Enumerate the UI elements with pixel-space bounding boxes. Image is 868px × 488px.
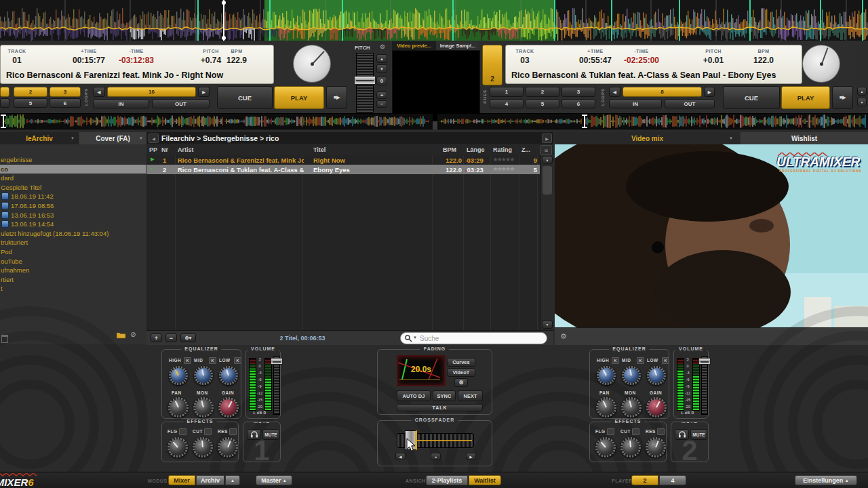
deck1-cue-button[interactable]: CUE bbox=[217, 86, 273, 109]
sidebar-item[interactable]: Gespielte Titel bbox=[0, 183, 146, 192]
search-box[interactable]: ▼ Suche bbox=[400, 332, 547, 344]
sidebar-item[interactable]: uletzt hinzugefügt (18.06.19 11:43:04) bbox=[0, 229, 146, 238]
deck2-cue-button[interactable]: CUE bbox=[723, 86, 780, 109]
fx-toggle[interactable] bbox=[179, 428, 186, 435]
deck2-loop-dec-button[interactable]: ◀ bbox=[609, 87, 620, 97]
tab-file-archive[interactable]: leArchiv ▼ bbox=[0, 132, 79, 144]
deck2-cue-3[interactable]: 3 bbox=[561, 87, 595, 97]
fade-settings-button[interactable]: ⚙ bbox=[454, 378, 468, 387]
deck1-loop-in-button[interactable]: IN bbox=[93, 99, 149, 108]
kill-toggle[interactable]: K bbox=[637, 357, 644, 364]
deck1-play-button[interactable]: PLAY bbox=[274, 86, 324, 109]
pitch-down-button[interactable]: ▼ bbox=[857, 98, 867, 106]
crossfade-left-button[interactable]: ◀ bbox=[395, 453, 406, 460]
deck2-loop-inc-button[interactable]: ▶ bbox=[704, 87, 715, 97]
settings-button[interactable]: Einstellungen ▲ bbox=[795, 475, 857, 485]
deck1-waveform[interactable] bbox=[0, 113, 433, 129]
column-header[interactable]: Nr bbox=[161, 146, 168, 153]
column-header[interactable]: Z... bbox=[521, 146, 530, 153]
gear-icon[interactable]: ⚙ bbox=[560, 332, 567, 341]
mode-archiv-button[interactable]: Archiv bbox=[196, 475, 224, 485]
mode-mixer-button[interactable]: Mixer bbox=[168, 475, 195, 485]
gain-knob[interactable] bbox=[218, 397, 239, 418]
sidebar-item[interactable]: ufnahmen bbox=[0, 266, 146, 274]
folder-icon[interactable] bbox=[117, 331, 126, 339]
gain-knob[interactable] bbox=[646, 397, 667, 418]
view-waitlist-button[interactable]: Waitlist bbox=[469, 475, 501, 485]
filter-icon[interactable]: ⊞ bbox=[540, 145, 552, 155]
gear-icon[interactable]: ⚙ bbox=[380, 43, 385, 50]
fx-toggle[interactable] bbox=[607, 428, 614, 435]
tab-wishlist[interactable]: Wishlist bbox=[741, 132, 868, 144]
fx-res-knob[interactable] bbox=[218, 437, 238, 458]
deck2-cue-1[interactable]: 1 bbox=[490, 87, 524, 97]
table-row[interactable]: ▶1Rico Bernasconi & Farenizzi feat. Mink… bbox=[146, 155, 540, 165]
sync-button[interactable]: SYNC bbox=[433, 390, 456, 401]
kill-toggle[interactable]: K bbox=[209, 357, 216, 364]
column-header[interactable]: BPM bbox=[443, 146, 456, 153]
deck2-loop-in-button[interactable]: IN bbox=[609, 99, 662, 108]
deck2-waveform[interactable] bbox=[437, 113, 868, 129]
deck1-cue-5[interactable]: 5 bbox=[14, 98, 47, 108]
master-button[interactable]: Master ▲ bbox=[256, 475, 292, 485]
pan-knob[interactable] bbox=[168, 397, 189, 418]
next-button[interactable]: NEXT bbox=[458, 390, 483, 401]
deck1-stop-next-button[interactable]: ■▶ bbox=[326, 86, 347, 109]
sidebar-item[interactable]: Pod bbox=[0, 247, 146, 256]
deck1-cue-6[interactable]: 6 bbox=[50, 98, 81, 108]
fx-toggle[interactable] bbox=[229, 428, 237, 435]
crossfade-center-button[interactable]: ● bbox=[431, 453, 441, 460]
pitch-up-button[interactable]: ▲ bbox=[857, 87, 867, 96]
tab-video-preview[interactable]: Video previe... bbox=[392, 41, 436, 50]
deck1-cue-2[interactable]: 2 bbox=[14, 87, 47, 97]
list-settings-button[interactable]: ⚙▾ bbox=[180, 333, 196, 342]
eq-high-knob[interactable] bbox=[597, 366, 616, 385]
deck1-cue-4-partial[interactable] bbox=[0, 98, 9, 108]
master-waveform[interactable] bbox=[0, 0, 868, 41]
column-header[interactable]: PP bbox=[149, 146, 157, 153]
sidebar-item[interactable]: 13.06.19 16:53 bbox=[0, 211, 146, 220]
pitch-minus-button[interactable]: − bbox=[376, 100, 387, 108]
deck2-cue-2[interactable]: 2 bbox=[526, 87, 559, 97]
player-2-button[interactable]: 2 bbox=[631, 475, 658, 485]
disable-icon[interactable]: ⊘ bbox=[130, 331, 136, 338]
tab-image-sampler[interactable]: Image Sampl... bbox=[437, 41, 479, 50]
eq-low-knob[interactable] bbox=[647, 366, 666, 385]
fx-flg-knob[interactable] bbox=[167, 437, 188, 458]
deck1-loop-length-button[interactable]: 16 bbox=[107, 87, 196, 97]
curves-button[interactable]: Curves bbox=[447, 358, 475, 367]
sidebar-item[interactable]: 13.06.19 14:54 bbox=[0, 220, 146, 228]
deck2-cue-4[interactable]: 4 bbox=[490, 99, 524, 108]
deck1-loop-dec-button[interactable]: ◀ bbox=[93, 87, 105, 97]
deck1-cue-1-partial[interactable] bbox=[0, 87, 9, 97]
videot-button[interactable]: VideoT bbox=[447, 368, 475, 377]
crossfade-right-button[interactable]: ▶ bbox=[466, 453, 476, 460]
collapse-right-icon[interactable]: ▶ bbox=[542, 134, 552, 143]
talk-button[interactable]: TALK bbox=[397, 404, 483, 411]
deck1-pitch-slider-handle[interactable] bbox=[354, 76, 376, 85]
deck2-play-button[interactable]: PLAY bbox=[781, 86, 830, 109]
player-4-button[interactable]: 4 bbox=[659, 475, 686, 485]
column-header[interactable]: Rating bbox=[493, 146, 512, 153]
view-playlists-button[interactable]: 2-Playlists bbox=[426, 475, 468, 485]
kill-toggle[interactable]: K bbox=[184, 357, 191, 364]
sidebar-item[interactable]: 18.06.19 11:42 bbox=[0, 192, 146, 201]
fx-cut-knob[interactable] bbox=[620, 437, 641, 458]
remove-track-button[interactable]: − bbox=[165, 333, 177, 342]
deck2-cue-6[interactable]: 6 bbox=[561, 99, 595, 108]
tab-cover[interactable]: Cover (FA) ▼ bbox=[79, 132, 146, 144]
table-row[interactable]: ▪2Rico Bernasconi & Tuklan feat. A-Class… bbox=[146, 165, 540, 174]
scroll-up-button[interactable]: ▲ bbox=[542, 156, 553, 164]
sidebar-item[interactable]: ouTube bbox=[0, 257, 146, 266]
fx-cut-knob[interactable] bbox=[193, 437, 213, 458]
volume-fader-handle[interactable] bbox=[698, 358, 711, 365]
column-header[interactable]: Artist bbox=[178, 146, 194, 153]
deck2-cue-5[interactable]: 5 bbox=[526, 99, 559, 108]
kill-toggle[interactable]: K bbox=[234, 357, 241, 364]
deck2-stop-next-button[interactable]: ■▶ bbox=[832, 86, 853, 109]
fx-toggle[interactable] bbox=[204, 428, 212, 435]
add-track-button[interactable]: + bbox=[151, 333, 162, 342]
deck2-loop-length-button[interactable]: 8 bbox=[623, 87, 702, 97]
column-header[interactable]: Länge bbox=[467, 146, 485, 153]
deck2-jog-wheel[interactable] bbox=[802, 45, 840, 83]
